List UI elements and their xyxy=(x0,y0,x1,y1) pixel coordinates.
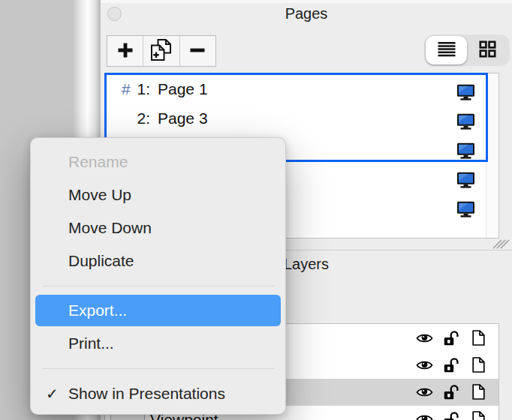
menu-item-label: Print... xyxy=(68,334,114,352)
add-page-button[interactable] xyxy=(107,36,143,66)
context-menu: Rename Move Up Move Down Duplicate Expor… xyxy=(30,137,286,415)
plus-icon xyxy=(116,40,135,62)
panel-top-edge xyxy=(101,0,512,3)
menu-item-print[interactable]: Print... xyxy=(31,327,285,360)
page-list-item-2[interactable]: 2: Page 3 xyxy=(105,104,485,133)
menu-item-label: Rename xyxy=(68,153,128,171)
page-name: Page 3 xyxy=(158,104,208,133)
document-icon[interactable] xyxy=(472,330,485,349)
menu-item-rename: Rename xyxy=(31,146,285,178)
unlocked-padlock-icon[interactable] xyxy=(444,357,459,376)
presentation-monitor-icon[interactable] xyxy=(456,197,475,226)
menu-item-label: Duplicate xyxy=(68,252,134,270)
minus-icon xyxy=(188,40,207,62)
duplicate-page-icon xyxy=(149,38,173,64)
document-icon[interactable] xyxy=(472,357,485,376)
page-name: Page 1 xyxy=(158,74,208,104)
grid-view-icon xyxy=(479,40,496,61)
page-number: 1: xyxy=(126,74,150,104)
grid-view-button[interactable] xyxy=(467,36,508,64)
pages-panel-title: Pages xyxy=(101,5,512,22)
menu-item-label: Export... xyxy=(68,302,127,320)
menu-item-move-down[interactable]: Move Down xyxy=(31,212,285,244)
menu-item-show-in-presentations[interactable]: ✓ Show in Presentations xyxy=(31,377,285,410)
menu-item-export[interactable]: Export... xyxy=(35,295,281,326)
page-actions-group xyxy=(107,35,216,67)
menu-item-label: Show in Presentations xyxy=(68,385,225,403)
checkmark-icon: ✓ xyxy=(46,385,59,403)
menu-item-label: Move Up xyxy=(68,186,131,204)
eye-icon[interactable] xyxy=(416,332,433,347)
scrollbar-track[interactable] xyxy=(486,74,498,238)
menu-item-move-up[interactable]: Move Up xyxy=(31,178,285,212)
document-icon[interactable] xyxy=(472,411,485,420)
unlocked-padlock-icon[interactable] xyxy=(444,411,459,420)
eye-icon[interactable] xyxy=(416,386,433,401)
menu-separator xyxy=(42,368,274,369)
page-list-item-1[interactable]: # 1: Page 1 xyxy=(105,74,485,104)
page-number: 2: xyxy=(126,104,150,133)
view-mode-toggle xyxy=(424,34,510,66)
remove-page-button[interactable] xyxy=(180,36,215,66)
eye-icon[interactable] xyxy=(416,359,433,374)
app-window: Pages xyxy=(0,0,512,420)
list-view-icon xyxy=(437,41,456,60)
list-view-button[interactable] xyxy=(426,36,467,64)
document-icon[interactable] xyxy=(472,384,485,403)
unlocked-padlock-icon[interactable] xyxy=(444,384,459,403)
eye-icon[interactable] xyxy=(416,413,433,420)
duplicate-page-button[interactable] xyxy=(143,36,179,66)
unlocked-padlock-icon[interactable] xyxy=(444,330,459,349)
menu-item-label: Move Down xyxy=(68,219,152,237)
menu-item-duplicate[interactable]: Duplicate xyxy=(31,244,285,278)
menu-separator xyxy=(42,286,274,286)
